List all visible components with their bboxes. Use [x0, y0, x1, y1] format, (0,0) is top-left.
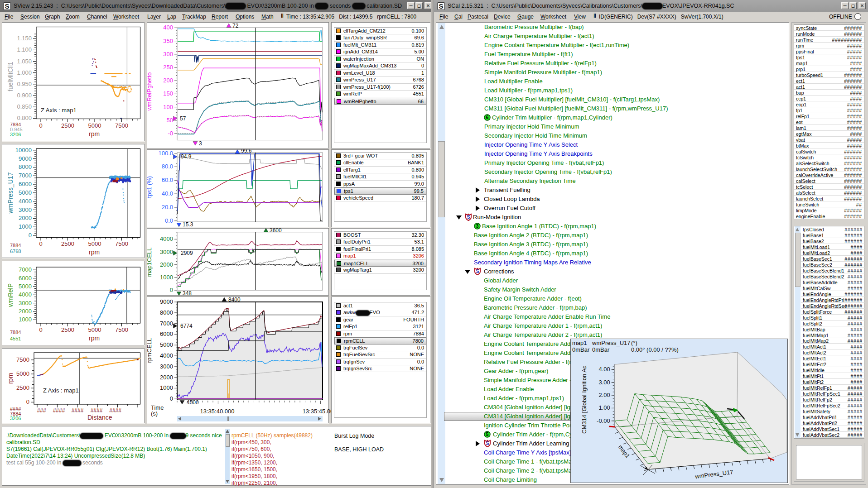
- svg-text:2000: 2000: [19, 308, 32, 315]
- svg-text:400: 400: [163, 24, 173, 31]
- svg-text:0: 0: [26, 398, 29, 405]
- svg-text:100: 100: [163, 104, 173, 110]
- svg-text:50: 50: [167, 117, 173, 124]
- svg-text:###: ###: [37, 407, 46, 414]
- svg-text:3000: 3000: [19, 206, 32, 213]
- svg-text:5: 5: [486, 432, 489, 437]
- svg-text:-0: -0: [168, 130, 173, 137]
- svg-text:0: 0: [29, 232, 32, 239]
- svg-text:8000: 8000: [160, 309, 173, 316]
- svg-text:1.100: 1.100: [17, 46, 32, 53]
- svg-text:57: 57: [180, 115, 186, 122]
- svg-text:2500: 2500: [16, 384, 29, 391]
- svg-text:350: 350: [163, 38, 173, 44]
- svg-text:7000: 7000: [19, 172, 32, 179]
- svg-text:0.00° (0.00 / ??%): 0.00° (0.00 / ??%): [631, 346, 679, 353]
- svg-text:5000: 5000: [88, 326, 101, 333]
- svg-text:6000: 6000: [19, 275, 32, 282]
- svg-text:6000: 6000: [160, 330, 173, 337]
- svg-text:####: ####: [109, 407, 121, 414]
- svg-text:wmRelP: wmRelP: [7, 283, 14, 307]
- svg-text:2500: 2500: [61, 326, 74, 333]
- svg-text:2000: 2000: [19, 215, 32, 221]
- svg-text:250: 250: [163, 64, 173, 71]
- svg-text:2.00: 2.00: [598, 392, 610, 398]
- svg-text:####: ####: [91, 407, 103, 414]
- svg-text:7884: 7884: [10, 330, 21, 335]
- svg-text:1000: 1000: [160, 384, 173, 391]
- svg-text:15.3: 15.3: [183, 221, 193, 227]
- svg-text:7500: 7500: [115, 326, 128, 333]
- svg-text:2500: 2500: [61, 240, 74, 247]
- svg-text:7000: 7000: [160, 320, 173, 327]
- svg-text:1000: 1000: [19, 316, 32, 323]
- svg-text:map1CELL: map1CELL: [147, 247, 153, 277]
- svg-text:(°): (°): [631, 340, 637, 346]
- svg-text:4000: 4000: [160, 352, 173, 359]
- svg-text:0.800: 0.800: [17, 115, 32, 121]
- svg-text:3206: 3206: [10, 416, 21, 421]
- svg-text:13:35:40.000: 13:35:40.000: [200, 408, 235, 415]
- svg-text:4500: 4500: [187, 399, 199, 406]
- svg-text:7500: 7500: [16, 356, 29, 363]
- svg-text:300: 300: [163, 51, 173, 57]
- svg-text:7500: 7500: [115, 240, 128, 247]
- svg-text:6: 6: [486, 115, 489, 120]
- svg-text:4000: 4000: [19, 291, 32, 298]
- svg-text:6774: 6774: [180, 323, 193, 329]
- svg-text:map1: map1: [617, 444, 632, 459]
- svg-text:7884: 7884: [10, 243, 21, 248]
- svg-text:1.000: 1.000: [17, 69, 32, 76]
- svg-text:72: 72: [232, 23, 239, 29]
- svg-text:3: 3: [476, 224, 479, 229]
- svg-text:3.00: 3.00: [598, 379, 610, 386]
- svg-text:0: 0: [170, 395, 173, 402]
- svg-text:0: 0: [39, 122, 42, 129]
- svg-text:CM314 [Global Ignition Ad: CM314 [Global Ignition Ad: [581, 365, 588, 434]
- svg-text:7000: 7000: [19, 266, 32, 273]
- svg-text:1000: 1000: [19, 223, 32, 230]
- svg-text:S: S: [486, 441, 489, 446]
- svg-text:3: 3: [199, 140, 202, 147]
- svg-text:3600: 3600: [270, 228, 282, 234]
- svg-text:3000: 3000: [19, 300, 32, 306]
- svg-text:100.0: 100.0: [158, 150, 173, 157]
- svg-text:60.0: 60.0: [162, 177, 173, 183]
- svg-text:(s): (s): [151, 410, 158, 417]
- svg-text:0mBar: 0mBar: [592, 346, 610, 353]
- svg-text:1000: 1000: [160, 274, 173, 281]
- svg-text:8400: 8400: [228, 297, 241, 303]
- svg-text:wmPress_U17: wmPress_U17: [592, 340, 631, 346]
- svg-text:94.9: 94.9: [181, 153, 192, 160]
- svg-text:wmRelPghetto: wmRelPghetto: [147, 72, 153, 111]
- svg-text:9000: 9000: [19, 155, 32, 162]
- svg-text:rpm: rpm: [89, 335, 100, 342]
- svg-text:3000: 3000: [160, 363, 173, 370]
- svg-text:5000: 5000: [88, 240, 101, 247]
- svg-text:0: 0: [39, 326, 42, 333]
- svg-text:6000: 6000: [19, 181, 32, 187]
- svg-text:S: S: [467, 215, 470, 220]
- svg-text:fuelMltCll1: fuelMltCll1: [7, 62, 14, 91]
- svg-text:9000: 9000: [160, 298, 173, 305]
- svg-text:0.0: 0.0: [165, 217, 173, 224]
- svg-text:4.00: 4.00: [598, 366, 610, 373]
- svg-text:0.850: 0.850: [17, 103, 32, 110]
- svg-text:6768: 6768: [10, 249, 21, 254]
- svg-text:5000: 5000: [160, 341, 173, 348]
- svg-text:####: ####: [72, 407, 84, 414]
- svg-text:Z Axis : map1: Z Axis : map1: [43, 387, 79, 394]
- svg-text:0.900: 0.900: [17, 92, 32, 99]
- svg-text:5000: 5000: [88, 122, 101, 129]
- svg-text:2500: 2500: [61, 122, 74, 129]
- svg-text:0: 0: [39, 240, 42, 247]
- svg-text:2909: 2909: [181, 250, 193, 256]
- svg-text:5000: 5000: [19, 283, 32, 290]
- svg-text:13:35:45.000: 13:35:45.000: [303, 408, 335, 415]
- svg-text:rpmCELL: rpmCELL: [147, 338, 153, 363]
- svg-text:3206: 3206: [10, 132, 21, 137]
- svg-text:-0.00: -0.00: [597, 417, 610, 424]
- svg-text:150: 150: [163, 90, 173, 97]
- svg-text:8000: 8000: [19, 163, 32, 170]
- svg-text:348: 348: [183, 290, 192, 296]
